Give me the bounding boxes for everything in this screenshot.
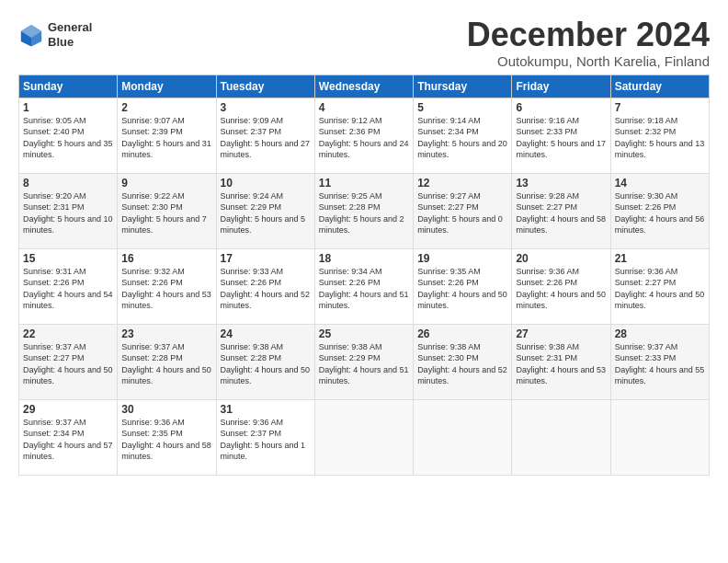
calendar-cell: 5Sunrise: 9:14 AMSunset: 2:34 PMDaylight… (414, 98, 512, 173)
day-info: Sunrise: 9:37 AMSunset: 2:28 PMDaylight:… (121, 342, 211, 386)
calendar-cell: 13Sunrise: 9:28 AMSunset: 2:27 PMDayligh… (512, 173, 610, 248)
calendar-cell: 21Sunrise: 9:36 AMSunset: 2:27 PMDayligh… (610, 248, 709, 324)
day-info: Sunrise: 9:12 AMSunset: 2:36 PMDaylight:… (319, 116, 409, 160)
calendar-cell (512, 399, 610, 475)
calendar-cell: 12Sunrise: 9:27 AMSunset: 2:27 PMDayligh… (414, 173, 512, 248)
day-of-week-header: Tuesday (216, 75, 314, 98)
calendar-cell: 22Sunrise: 9:37 AMSunset: 2:27 PMDayligh… (19, 324, 118, 399)
day-number: 30 (121, 403, 211, 416)
subtitle: Outokumpu, North Karelia, Finland (467, 53, 710, 69)
calendar-cell: 27Sunrise: 9:38 AMSunset: 2:31 PMDayligh… (512, 324, 610, 399)
day-number: 10 (221, 177, 311, 190)
calendar-week-row: 1Sunrise: 9:05 AMSunset: 2:40 PMDaylight… (19, 98, 710, 173)
calendar-cell: 17Sunrise: 9:33 AMSunset: 2:26 PMDayligh… (216, 248, 314, 324)
day-info: Sunrise: 9:38 AMSunset: 2:31 PMDaylight:… (516, 342, 606, 386)
calendar-cell: 25Sunrise: 9:38 AMSunset: 2:29 PMDayligh… (314, 324, 413, 399)
day-number: 16 (121, 252, 211, 265)
day-info: Sunrise: 9:27 AMSunset: 2:27 PMDaylight:… (417, 191, 503, 236)
day-of-week-header: Monday (118, 75, 216, 98)
day-of-week-header: Wednesday (314, 75, 413, 98)
day-of-week-header: Friday (512, 75, 610, 98)
calendar-cell: 14Sunrise: 9:30 AMSunset: 2:26 PMDayligh… (610, 173, 709, 248)
calendar-cell: 29Sunrise: 9:37 AMSunset: 2:34 PMDayligh… (19, 399, 118, 475)
day-number: 20 (516, 252, 606, 265)
day-number: 3 (221, 101, 311, 114)
day-info: Sunrise: 9:07 AMSunset: 2:39 PMDaylight:… (121, 116, 211, 160)
day-number: 8 (23, 177, 113, 190)
day-info: Sunrise: 9:37 AMSunset: 2:27 PMDaylight:… (23, 342, 113, 386)
day-info: Sunrise: 9:22 AMSunset: 2:30 PMDaylight:… (121, 191, 207, 236)
calendar-cell: 19Sunrise: 9:35 AMSunset: 2:26 PMDayligh… (414, 248, 512, 324)
calendar-cell (610, 399, 709, 475)
main-title: December 2024 (467, 17, 710, 53)
calendar-cell: 3Sunrise: 9:09 AMSunset: 2:37 PMDaylight… (216, 98, 314, 173)
day-number: 25 (319, 327, 409, 340)
day-info: Sunrise: 9:25 AMSunset: 2:28 PMDaylight:… (319, 191, 404, 236)
logo-text: General Blue (48, 20, 92, 49)
logo: General Blue (18, 20, 92, 49)
day-number: 22 (23, 327, 113, 340)
calendar-cell: 30Sunrise: 9:36 AMSunset: 2:35 PMDayligh… (118, 399, 216, 475)
calendar-cell: 2Sunrise: 9:07 AMSunset: 2:39 PMDaylight… (118, 98, 216, 173)
calendar-cell: 8Sunrise: 9:20 AMSunset: 2:31 PMDaylight… (19, 173, 118, 248)
day-info: Sunrise: 9:36 AMSunset: 2:26 PMDaylight:… (516, 267, 606, 311)
calendar-cell: 20Sunrise: 9:36 AMSunset: 2:26 PMDayligh… (512, 248, 610, 324)
day-info: Sunrise: 9:36 AMSunset: 2:35 PMDaylight:… (121, 418, 211, 462)
day-info: Sunrise: 9:31 AMSunset: 2:26 PMDaylight:… (23, 267, 113, 311)
day-number: 12 (417, 177, 507, 190)
day-info: Sunrise: 9:32 AMSunset: 2:26 PMDaylight:… (121, 267, 211, 311)
calendar-week-row: 15Sunrise: 9:31 AMSunset: 2:26 PMDayligh… (19, 248, 710, 324)
calendar-cell: 23Sunrise: 9:37 AMSunset: 2:28 PMDayligh… (118, 324, 216, 399)
calendar-cell: 28Sunrise: 9:37 AMSunset: 2:33 PMDayligh… (610, 324, 709, 399)
day-number: 23 (121, 327, 211, 340)
day-number: 11 (319, 177, 409, 190)
calendar-cell: 16Sunrise: 9:32 AMSunset: 2:26 PMDayligh… (118, 248, 216, 324)
day-number: 17 (221, 252, 311, 265)
day-number: 7 (615, 101, 705, 114)
day-number: 21 (615, 252, 705, 265)
day-number: 14 (615, 177, 705, 190)
calendar-cell: 24Sunrise: 9:38 AMSunset: 2:28 PMDayligh… (216, 324, 314, 399)
day-info: Sunrise: 9:20 AMSunset: 2:31 PMDaylight:… (23, 191, 113, 236)
day-number: 5 (417, 101, 507, 114)
calendar-week-row: 29Sunrise: 9:37 AMSunset: 2:34 PMDayligh… (19, 399, 710, 475)
day-number: 27 (516, 327, 606, 340)
day-number: 1 (23, 101, 113, 114)
day-number: 9 (121, 177, 211, 190)
calendar-cell: 26Sunrise: 9:38 AMSunset: 2:30 PMDayligh… (414, 324, 512, 399)
day-info: Sunrise: 9:36 AMSunset: 2:27 PMDaylight:… (615, 267, 705, 311)
day-info: Sunrise: 9:38 AMSunset: 2:28 PMDaylight:… (221, 342, 311, 386)
day-info: Sunrise: 9:33 AMSunset: 2:26 PMDaylight:… (221, 267, 311, 311)
day-number: 15 (23, 252, 113, 265)
day-number: 24 (221, 327, 311, 340)
calendar-cell: 11Sunrise: 9:25 AMSunset: 2:28 PMDayligh… (314, 173, 413, 248)
calendar-cell (414, 399, 512, 475)
day-info: Sunrise: 9:38 AMSunset: 2:29 PMDaylight:… (319, 342, 409, 386)
calendar-cell: 18Sunrise: 9:34 AMSunset: 2:26 PMDayligh… (314, 248, 413, 324)
calendar-table: SundayMondayTuesdayWednesdayThursdayFrid… (18, 75, 710, 476)
day-number: 28 (615, 327, 705, 340)
day-number: 6 (516, 101, 606, 114)
calendar-cell: 4Sunrise: 9:12 AMSunset: 2:36 PMDaylight… (314, 98, 413, 173)
day-number: 29 (23, 403, 113, 416)
day-number: 26 (417, 327, 507, 340)
calendar-cell: 15Sunrise: 9:31 AMSunset: 2:26 PMDayligh… (19, 248, 118, 324)
calendar-cell: 9Sunrise: 9:22 AMSunset: 2:30 PMDaylight… (118, 173, 216, 248)
logo-line2: Blue (48, 35, 92, 50)
calendar-cell: 31Sunrise: 9:36 AMSunset: 2:37 PMDayligh… (216, 399, 314, 475)
day-number: 18 (319, 252, 409, 265)
logo-line1: General (48, 20, 92, 35)
day-info: Sunrise: 9:35 AMSunset: 2:26 PMDaylight:… (417, 267, 507, 311)
day-info: Sunrise: 9:38 AMSunset: 2:30 PMDaylight:… (417, 342, 507, 386)
day-number: 2 (121, 101, 211, 114)
calendar-cell: 1Sunrise: 9:05 AMSunset: 2:40 PMDaylight… (19, 98, 118, 173)
day-info: Sunrise: 9:05 AMSunset: 2:40 PMDaylight:… (23, 116, 113, 160)
calendar-header-row: SundayMondayTuesdayWednesdayThursdayFrid… (19, 75, 710, 98)
logo-icon (18, 22, 44, 48)
calendar-cell: 10Sunrise: 9:24 AMSunset: 2:29 PMDayligh… (216, 173, 314, 248)
calendar-week-row: 8Sunrise: 9:20 AMSunset: 2:31 PMDaylight… (19, 173, 710, 248)
day-info: Sunrise: 9:09 AMSunset: 2:37 PMDaylight:… (221, 116, 311, 160)
day-info: Sunrise: 9:36 AMSunset: 2:37 PMDaylight:… (221, 418, 306, 462)
day-number: 13 (516, 177, 606, 190)
header: General Blue December 2024 Outokumpu, No… (18, 17, 710, 69)
